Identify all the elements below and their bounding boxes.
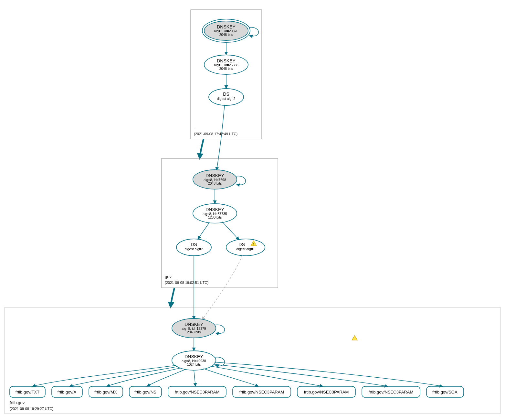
node-label: DNSKEY — [217, 24, 236, 29]
node-sub: 2048 bits — [219, 33, 233, 37]
dnssec-diagram: . (2021-09-08 17:47:49 UTC) DNSKEY alg=8… — [0, 0, 505, 420]
node-label: DS — [223, 92, 229, 97]
rr-label: frtib.gov/A — [58, 390, 77, 394]
node-label: DNSKEY — [205, 173, 224, 178]
edge-zone-gov-to-frtib — [171, 288, 174, 307]
node-root-zsk: DNSKEY alg=8, id=26838 2048 bits — [204, 55, 248, 74]
node-sub: 2048 bits — [187, 330, 201, 334]
rr-frtib-nsec3param-1: frtib.gov/NSEC3PARAM — [168, 386, 226, 397]
node-root-ksk: DNSKEY alg=8, id=20326 2048 bits — [202, 19, 258, 42]
svg-text:!: ! — [253, 242, 254, 246]
rr-frtib-nsec3param-2: frtib.gov/NSEC3PARAM — [233, 386, 291, 397]
zone-root-name: . — [194, 125, 195, 130]
node-label: DS — [191, 242, 197, 247]
node-sub: 1280 bits — [208, 215, 222, 219]
rr-label: frtib.gov/NSEC3PARAM — [369, 390, 413, 394]
zone-gov: gov (2021-09-08 19:02:51 UTC) DNSKEY alg… — [162, 158, 357, 340]
rr-label: frtib.gov/NS — [134, 390, 156, 394]
rr-frtib-mx: frtib.gov/MX — [89, 386, 123, 397]
rr-frtib-ns: frtib.gov/NS — [129, 386, 162, 397]
zone-gov-name: gov — [165, 274, 172, 279]
rr-label: frtib.gov/NSEC3PARAM — [304, 390, 349, 394]
node-gov-ds-2: DS digest alg=2 — [176, 239, 211, 256]
rr-label: frtib.gov/SOA — [432, 390, 458, 394]
rr-frtib-nsec3param-4: frtib.gov/NSEC3PARAM — [362, 386, 420, 397]
node-frtib-ksk: DNSKEY alg=8, id=12379 2048 bits — [172, 318, 225, 338]
node-gov-zsk: DNSKEY alg=8, id=57735 1280 bits — [193, 204, 237, 223]
zone-gov-timestamp: (2021-09-08 19:02:51 UTC) — [165, 281, 208, 285]
rr-frtib-a: frtib.gov/A — [52, 386, 82, 397]
node-gov-ds-1: DS digest alg=1 ! — [226, 239, 357, 340]
rr-label: frtib.gov/NSEC3PARAM — [175, 390, 219, 394]
rr-frtib-soa: frtib.gov/SOA — [426, 386, 464, 397]
edge-root-ds-to-gov-ksk — [216, 105, 225, 170]
node-sub: digest alg=2 — [185, 247, 203, 251]
node-sub: 1024 bits — [187, 362, 201, 366]
zone-frtib-timestamp: (2021-09-08 19:29:27 UTC) — [10, 407, 53, 411]
node-label: DNSKEY — [184, 322, 203, 327]
node-sub: digest alg=2 — [217, 97, 236, 101]
rr-label: frtib.gov/NSEC3PARAM — [239, 390, 284, 394]
node-gov-ksk: DNSKEY alg=8, id=7698 2048 bits — [193, 170, 246, 189]
rr-frtib-nsec3param-3: frtib.gov/NSEC3PARAM — [297, 386, 355, 397]
svg-rect-11 — [5, 307, 500, 414]
node-root-ds: DS digest alg=2 — [209, 89, 244, 105]
zone-root-timestamp: (2021-09-08 17:47:49 UTC) — [194, 132, 237, 136]
zone-root: . (2021-09-08 17:47:49 UTC) DNSKEY alg=8… — [191, 10, 262, 139]
edge-zone-root-to-gov — [200, 139, 204, 158]
zone-frtib-name: frtib.gov — [10, 400, 25, 405]
rr-label: frtib.gov/MX — [94, 390, 117, 394]
rr-frtib-txt: frtib.gov/TXT — [10, 386, 45, 397]
node-label: DS — [238, 242, 245, 247]
warning-icon: ! — [251, 241, 357, 340]
rr-label: frtib.gov/TXT — [16, 390, 39, 394]
node-label: DNSKEY — [217, 58, 236, 63]
node-sub: 2048 bits — [219, 67, 233, 70]
node-sub: 2048 bits — [208, 181, 222, 185]
node-label: DNSKEY — [184, 354, 203, 359]
zone-frtib: frtib.gov (2021-09-08 19:29:27 UTC) DNSK… — [5, 307, 500, 414]
node-sub: digest alg=1 — [237, 247, 255, 251]
node-label: DNSKEY — [205, 207, 224, 212]
